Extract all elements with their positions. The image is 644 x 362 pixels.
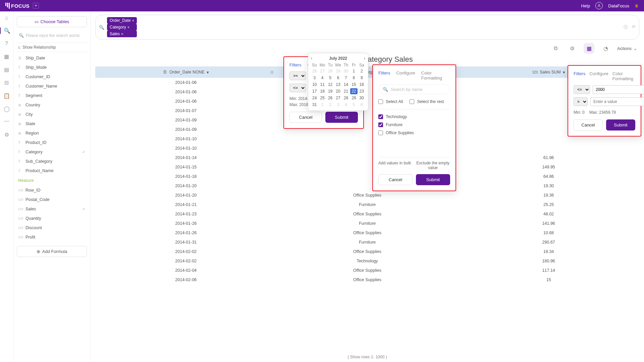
help-link[interactable]: Help bbox=[581, 3, 590, 8]
new-tab-button[interactable]: + bbox=[33, 3, 39, 9]
cal-day[interactable]: 4 bbox=[319, 75, 326, 81]
select-rest-checkbox[interactable]: Select the rest bbox=[410, 98, 444, 106]
close-icon[interactable]: × bbox=[127, 25, 129, 29]
settings-icon[interactable]: ⚙ bbox=[567, 43, 578, 54]
date-cancel-button[interactable]: Cancel bbox=[289, 112, 322, 123]
sidebar-search[interactable]: 🔍 Please input the search words bbox=[17, 32, 87, 39]
column-item[interactable]: 123Discount bbox=[17, 223, 87, 232]
column-item[interactable]: TSegment bbox=[17, 91, 87, 100]
gear-icon[interactable]: ⚙ bbox=[270, 70, 274, 75]
cal-next-icon[interactable]: › bbox=[364, 56, 365, 61]
cal-day[interactable]: 29 bbox=[350, 95, 357, 101]
nav-home-icon[interactable]: ⌂ bbox=[5, 15, 8, 21]
cal-day[interactable]: 29 bbox=[334, 68, 341, 74]
column-item[interactable]: 123Postal_Code bbox=[17, 195, 87, 204]
cal-day[interactable]: 23 bbox=[358, 88, 365, 94]
column-item[interactable]: 123Profit bbox=[17, 232, 87, 242]
column-item[interactable]: TProduct_ID bbox=[17, 138, 87, 147]
tab-filters[interactable]: Filters bbox=[378, 70, 390, 75]
user-avatar-icon[interactable] bbox=[595, 2, 603, 9]
cal-day[interactable]: 21 bbox=[342, 88, 350, 94]
tab-configure[interactable]: Configure bbox=[589, 71, 608, 76]
column-item[interactable]: ⊕Country bbox=[17, 100, 87, 110]
column-item[interactable]: 123Row_ID bbox=[17, 186, 87, 195]
column-item[interactable]: 123Sales✓ bbox=[17, 204, 87, 214]
close-icon[interactable]: × bbox=[132, 18, 134, 22]
tab-configure[interactable]: Configure bbox=[396, 70, 415, 75]
cal-day[interactable]: 9 bbox=[358, 75, 365, 81]
header-order-date[interactable]: 🗓 Order_Date NONE ▾ ⚙ bbox=[95, 70, 277, 75]
cal-day[interactable]: 27 bbox=[319, 68, 326, 74]
cal-day[interactable]: 6 bbox=[334, 75, 341, 81]
bulk-add-link[interactable]: Add values in bulk bbox=[378, 161, 411, 170]
cat-submit-button[interactable]: Submit bbox=[416, 174, 450, 185]
cal-day[interactable]: 6 bbox=[358, 102, 365, 108]
nav-help-icon[interactable]: ? bbox=[5, 41, 8, 47]
sql-view-icon[interactable]: ⧉ bbox=[550, 43, 561, 54]
cal-day[interactable]: 13 bbox=[334, 82, 341, 88]
sales-cancel-button[interactable]: Cancel bbox=[574, 119, 603, 131]
cal-day[interactable]: 17 bbox=[311, 88, 318, 94]
nav-search-icon[interactable]: 🔍 bbox=[0, 28, 13, 34]
chart-view-icon[interactable]: ◔ bbox=[600, 43, 611, 54]
refresh-icon[interactable]: ⟳ bbox=[632, 24, 636, 30]
cal-day[interactable]: 7 bbox=[342, 75, 350, 81]
cal-prev-icon[interactable]: ‹ bbox=[311, 56, 312, 61]
column-item[interactable]: ⊕State bbox=[17, 119, 87, 128]
category-item-checkbox[interactable]: Technology bbox=[378, 113, 450, 121]
column-item[interactable]: 123Quantity bbox=[17, 214, 87, 223]
cal-day[interactable]: 25 bbox=[319, 95, 326, 101]
nav-box-icon[interactable]: ⊟ bbox=[4, 80, 9, 86]
column-item[interactable]: TCustomer_ID bbox=[17, 72, 87, 82]
tab-color-format[interactable]: Color Formatting bbox=[421, 70, 450, 81]
tab-filters[interactable]: Filters bbox=[289, 62, 301, 67]
date-submit-button[interactable]: Submit bbox=[325, 112, 358, 123]
choose-tables-button[interactable]: ▭ Choose Tables bbox=[17, 16, 87, 27]
date-op2-select[interactable]: <= bbox=[289, 84, 306, 92]
cal-day[interactable]: 10 bbox=[311, 82, 318, 88]
clear-icon[interactable]: ⓧ bbox=[624, 24, 628, 30]
sales-submit-button[interactable]: Submit bbox=[606, 119, 635, 131]
sales-val2-input[interactable] bbox=[590, 97, 644, 106]
cal-day[interactable]: 18 bbox=[319, 88, 326, 94]
cal-day[interactable]: 31 bbox=[311, 102, 318, 108]
query-bar[interactable]: 🔍 Order_Date ×Category ×Sales × ⓧ ⟳ bbox=[95, 15, 639, 40]
cal-day[interactable]: 12 bbox=[327, 82, 334, 88]
close-icon[interactable]: × bbox=[121, 32, 123, 36]
category-item-checkbox[interactable]: Office Supplies bbox=[378, 129, 450, 137]
cal-day[interactable]: 3 bbox=[311, 75, 318, 81]
sales-op2-select[interactable]: = bbox=[574, 97, 588, 106]
cal-day[interactable]: 11 bbox=[319, 82, 326, 88]
cal-day[interactable]: 27 bbox=[334, 95, 341, 101]
cal-day[interactable]: 1 bbox=[319, 102, 326, 108]
cal-day[interactable]: 2 bbox=[358, 68, 365, 74]
cal-day[interactable]: 20 bbox=[334, 88, 341, 94]
cal-day[interactable]: 8 bbox=[350, 75, 357, 81]
nav-activity-icon[interactable]: 〰 bbox=[4, 119, 9, 125]
cal-day[interactable]: 28 bbox=[342, 95, 350, 101]
tab-color-format[interactable]: Color Formatting bbox=[612, 71, 635, 81]
nav-user-icon[interactable]: ◯ bbox=[4, 106, 10, 112]
nav-settings-icon[interactable]: ⚙ bbox=[4, 132, 9, 138]
category-search[interactable]: 🔍 Search by name bbox=[378, 85, 450, 94]
exclude-empty-link[interactable]: Exclude the empty value bbox=[416, 161, 450, 170]
table-view-icon[interactable]: ▦ bbox=[584, 43, 594, 54]
select-all-checkbox[interactable]: Select All bbox=[378, 98, 403, 106]
column-item[interactable]: TCustomer_Name bbox=[17, 82, 87, 91]
cat-cancel-button[interactable]: Cancel bbox=[378, 174, 413, 185]
add-formula-button[interactable]: ⊕ Add Formula bbox=[17, 246, 87, 257]
date-op1-select[interactable]: >= bbox=[289, 71, 306, 80]
column-item[interactable]: TProduct_Name bbox=[17, 166, 87, 175]
cal-day[interactable]: 28 bbox=[327, 68, 334, 74]
column-item[interactable]: ⊕City bbox=[17, 110, 87, 119]
cal-day[interactable]: 26 bbox=[327, 95, 334, 101]
cal-day[interactable]: 19 bbox=[327, 88, 334, 94]
query-chip[interactable]: Sales × bbox=[107, 31, 137, 37]
actions-menu-button[interactable]: Actions ⌄ bbox=[617, 46, 637, 51]
cal-day[interactable]: 16 bbox=[358, 82, 365, 88]
cal-day[interactable]: 15 bbox=[350, 82, 357, 88]
cal-day[interactable]: 22 bbox=[350, 88, 357, 94]
column-item[interactable]: TShip_Mode bbox=[17, 63, 87, 72]
cal-day[interactable]: 4 bbox=[342, 102, 350, 108]
column-item[interactable]: 🗓Ship_Date bbox=[17, 53, 87, 63]
